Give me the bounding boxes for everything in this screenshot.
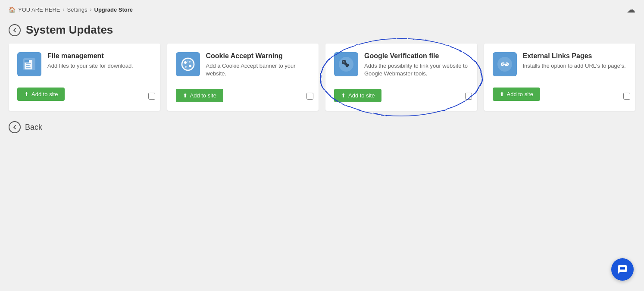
chat-button[interactable] [611, 258, 634, 281]
card-desc: Add a Cookie Accept banner to your websi… [206, 62, 310, 78]
card-checkbox-wrapper [623, 93, 630, 101]
card-header: Cookie Accept Warning Add a Cookie Accep… [176, 52, 310, 78]
breadcrumb: 🏠 YOU ARE HERE › Settings › Upgrade Stor… [9, 6, 133, 13]
card-checkbox-wrapper [148, 93, 155, 101]
card-checkbox[interactable] [148, 93, 155, 100]
card-header: File management Add files to your site f… [17, 52, 152, 76]
add-to-site-button[interactable]: ⬆ Add to site [176, 89, 223, 102]
card-header: Google Verification file Adds the possib… [334, 52, 469, 78]
svg-point-8 [184, 61, 187, 64]
card-desc: Add files to your site for download. [47, 62, 133, 70]
add-btn-label: Add to site [348, 92, 375, 99]
back-button[interactable] [9, 121, 21, 133]
add-to-site-button[interactable]: ⬆ Add to site [493, 88, 540, 101]
svg-rect-5 [26, 67, 31, 68]
card-google-verification: Google Verification file Adds the possib… [325, 44, 477, 111]
card-footer: ⬆ Add to site [17, 88, 152, 101]
page-title: System Updates [26, 23, 113, 37]
cloud-icon[interactable]: ☁ [627, 4, 635, 15]
card-footer: ⬆ Add to site [493, 88, 627, 101]
page-back-button[interactable] [9, 24, 21, 36]
card-footer: ⬆ Add to site [334, 89, 469, 102]
cards-container: File management Add files to your site f… [0, 44, 644, 111]
svg-point-10 [189, 65, 191, 67]
card-title: Google Verification file [364, 52, 469, 60]
cookie-icon [176, 52, 200, 76]
card-header: External Links Pages Installs the option… [493, 52, 627, 76]
add-to-site-button[interactable]: ⬆ Add to site [334, 89, 381, 102]
svg-rect-4 [26, 65, 30, 66]
card-checkbox[interactable] [465, 93, 472, 100]
card-desc: Adds the possibility to link your websit… [364, 62, 469, 78]
breadcrumb-settings[interactable]: Settings [67, 6, 88, 13]
home-icon: 🏠 [9, 6, 16, 13]
card-title: File management [47, 52, 133, 60]
card-title: External Links Pages [523, 52, 626, 60]
svg-point-11 [185, 66, 187, 68]
card-footer: ⬆ Add to site [176, 89, 310, 102]
download-icon: ⬆ [500, 91, 504, 97]
add-btn-label: Add to site [190, 92, 216, 99]
google-verify-icon [334, 52, 358, 76]
add-btn-label: Add to site [31, 91, 58, 97]
card-cookie-accept: Cookie Accept Warning Add a Cookie Accep… [167, 44, 319, 111]
external-links-icon [493, 52, 517, 76]
add-to-site-button[interactable]: ⬆ Add to site [17, 88, 65, 101]
download-icon: ⬆ [341, 92, 346, 99]
svg-rect-3 [26, 63, 31, 64]
svg-point-6 [181, 57, 195, 71]
page-header: System Updates [0, 19, 644, 44]
breadcrumb-current: Upgrade Store [94, 6, 133, 13]
download-icon: ⬆ [24, 91, 29, 97]
back-section[interactable]: Back [0, 111, 644, 144]
file-management-icon [17, 52, 41, 76]
back-label: Back [25, 123, 42, 132]
card-external-links: External Links Pages Installs the option… [484, 44, 636, 111]
card-checkbox-wrapper [465, 93, 472, 101]
card-checkbox[interactable] [306, 93, 313, 100]
card-file-management: File management Add files to your site f… [9, 44, 160, 111]
add-btn-label: Add to site [507, 91, 533, 97]
card-checkbox[interactable] [623, 93, 630, 100]
breadcrumb-sep2: › [90, 6, 92, 13]
card-checkbox-wrapper [306, 93, 313, 101]
svg-point-9 [189, 61, 191, 63]
breadcrumb-home: YOU ARE HERE [18, 6, 60, 13]
download-icon: ⬆ [183, 92, 188, 99]
svg-rect-2 [25, 60, 29, 63]
breadcrumb-sep1: › [63, 6, 65, 13]
card-desc: Installs the option to add URL's to page… [523, 62, 626, 70]
card-title: Cookie Accept Warning [206, 52, 310, 60]
